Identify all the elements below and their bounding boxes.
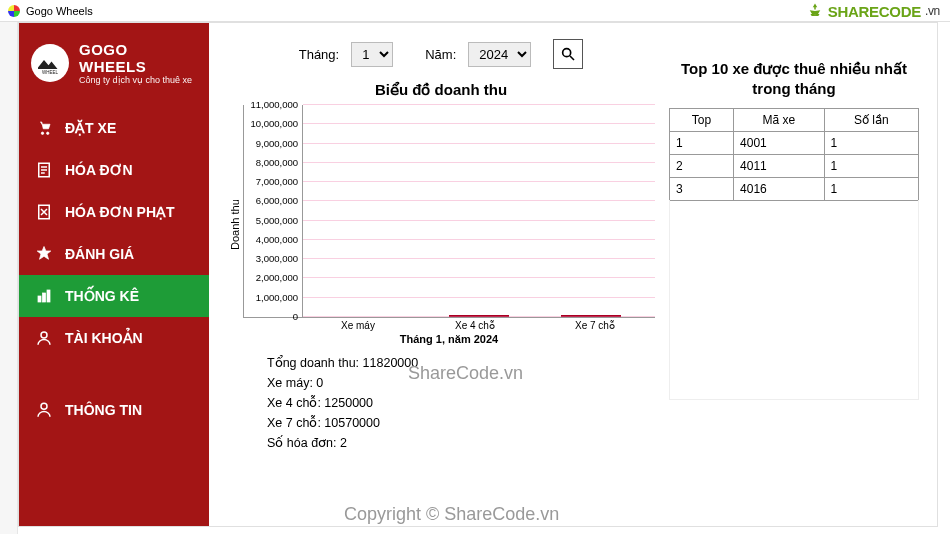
sharecode-watermark: SHARECODE.vn xyxy=(806,2,940,20)
month-select[interactable]: 1 xyxy=(351,42,393,67)
sidebar-item-label: ĐÁNH GIÁ xyxy=(65,246,134,262)
ide-left-gutter xyxy=(0,22,18,534)
table-header: Top xyxy=(670,109,734,132)
svg-point-2 xyxy=(47,132,49,134)
brand-subtitle: Công ty dịch vụ cho thuê xe xyxy=(79,75,197,85)
filter-bar: Tháng: 1 Năm: 2024 xyxy=(227,39,655,69)
receipt-icon xyxy=(35,161,53,179)
svg-point-11 xyxy=(41,332,47,338)
summary-row: Xe 7 chỗ: 10570000 xyxy=(267,413,655,433)
top10-table: TopMã xeSố lần 140011240111340161 xyxy=(669,108,919,201)
summary-row: Xe 4 chỗ: 1250000 xyxy=(267,393,655,413)
sidebar-item-label: ĐẶT XE xyxy=(65,120,116,136)
svg-text:WHEEL: WHEEL xyxy=(42,70,59,75)
top10-title: Top 10 xe được thuê nhiều nhất trong thá… xyxy=(669,59,919,98)
brand-logo-icon: WHEEL xyxy=(31,44,69,82)
sidebar-item-4[interactable]: THỐNG KÊ xyxy=(19,275,209,317)
svg-rect-10 xyxy=(47,290,50,302)
chart-yaxis: 11,000,00010,000,0009,000,0008,000,0007,… xyxy=(244,105,302,317)
svg-rect-8 xyxy=(38,296,41,302)
table-header: Số lần xyxy=(824,109,918,132)
chart-title: Biểu đồ doanh thu xyxy=(227,81,655,99)
sidebar-item-info[interactable]: THÔNG TIN xyxy=(19,389,209,431)
main-content: Tháng: 1 Năm: 2024 Biểu đồ doanh thu Doa… xyxy=(209,23,937,526)
svg-point-1 xyxy=(41,132,43,134)
xtick-label: Xe 4 chỗ xyxy=(455,320,495,331)
summary-orders: Số hóa đơn: 2 xyxy=(267,433,655,453)
account-icon xyxy=(35,329,53,347)
sidebar-item-label: HÓA ĐƠN PHẠT xyxy=(65,204,175,220)
year-select[interactable]: 2024 xyxy=(468,42,531,67)
summary: Tổng doanh thu: 11820000 Xe máy: 0Xe 4 c… xyxy=(227,345,655,453)
recycle-icon xyxy=(806,2,824,20)
svg-point-13 xyxy=(563,49,571,57)
summary-total: Tổng doanh thu: 11820000 xyxy=(267,353,655,373)
app-logo-icon xyxy=(8,5,20,17)
table-empty-area xyxy=(669,200,919,400)
chart-ylabel: Doanh thu xyxy=(227,105,243,345)
rating-icon xyxy=(35,245,53,263)
sidebar-item-label: TÀI KHOẢN xyxy=(65,330,143,346)
xtick-label: Xe 7 chỗ xyxy=(575,320,615,331)
sidebar-item-1[interactable]: HÓA ĐƠN xyxy=(19,149,209,191)
svg-point-12 xyxy=(41,403,47,409)
info-icon xyxy=(35,401,53,419)
svg-rect-9 xyxy=(43,293,46,302)
year-label: Năm: xyxy=(425,47,456,62)
sidebar-item-3[interactable]: ĐÁNH GIÁ xyxy=(19,233,209,275)
sidebar-item-label: HÓA ĐƠN xyxy=(65,162,133,178)
month-label: Tháng: xyxy=(299,47,339,62)
window-title: Gogo Wheels xyxy=(26,5,93,17)
table-row[interactable]: 140011 xyxy=(670,132,919,155)
revenue-chart: Doanh thu 11,000,00010,000,0009,000,0008… xyxy=(227,105,655,345)
sidebar: WHEEL GOGO WHEELS Công ty dịch vụ cho th… xyxy=(19,23,209,526)
sidebar-item-5[interactable]: TÀI KHOẢN xyxy=(19,317,209,359)
sidebar-item-label: THÔNG TIN xyxy=(65,402,142,418)
table-row[interactable]: 340161 xyxy=(670,178,919,201)
sidebar-item-2[interactable]: HÓA ĐƠN PHẠT xyxy=(19,191,209,233)
search-button[interactable] xyxy=(553,39,583,69)
app-window: WHEEL GOGO WHEELS Công ty dịch vụ cho th… xyxy=(18,22,938,527)
xtick-label: Xe máy xyxy=(341,320,375,331)
svg-line-14 xyxy=(570,56,574,60)
table-header: Mã xe xyxy=(734,109,824,132)
brand: WHEEL GOGO WHEELS Công ty dịch vụ cho th… xyxy=(19,23,209,107)
chart-xaxis: Xe máyXe 4 chỗXe 7 chỗ xyxy=(243,318,655,331)
sidebar-item-0[interactable]: ĐẶT XE xyxy=(19,107,209,149)
table-row[interactable]: 240111 xyxy=(670,155,919,178)
cart-icon xyxy=(35,119,53,137)
search-icon xyxy=(560,46,576,62)
chart-xlabel: Tháng 1, năm 2024 xyxy=(243,331,655,345)
chart-plot xyxy=(302,105,655,317)
nav: ĐẶT XEHÓA ĐƠNHÓA ĐƠN PHẠTĐÁNH GIÁTHỐNG K… xyxy=(19,107,209,359)
summary-row: Xe máy: 0 xyxy=(267,373,655,393)
sidebar-item-label: THỐNG KÊ xyxy=(65,288,139,304)
penalty-icon xyxy=(35,203,53,221)
stats-icon xyxy=(35,287,53,305)
brand-name: GOGO WHEELS xyxy=(79,41,197,75)
